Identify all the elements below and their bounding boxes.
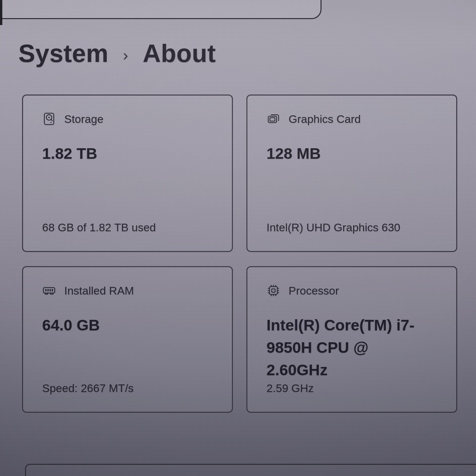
installed-ram-card: Installed RAM 64.0 GB Speed: 2667 MT/s (22, 266, 233, 413)
processor-value: Intel(R) Core(TM) i7-9850H CPU @ 2.60GHz (266, 314, 425, 381)
memory-chip-icon (42, 284, 56, 297)
breadcrumb-system-link[interactable]: System (18, 39, 108, 68)
hard-drive-icon (42, 112, 56, 126)
card-title: Graphics Card (289, 113, 361, 126)
card-title: Installed RAM (64, 284, 134, 297)
graphics-card-icon (266, 112, 280, 126)
bottom-partial-card (25, 464, 476, 476)
spec-cards-grid: Storage 1.82 TB 68 GB of 1.82 TB used (22, 95, 457, 413)
settings-content: System › About (0, 0, 476, 476)
cpu-icon (266, 284, 280, 297)
storage-value: 1.82 TB (42, 142, 201, 165)
graphics-detail: Intel(R) UHD Graphics 630 (266, 221, 442, 234)
graphics-value: 128 MB (266, 142, 425, 165)
storage-card: Storage 1.82 TB 68 GB of 1.82 TB used (22, 95, 233, 252)
ram-value: 64.0 GB (42, 314, 201, 336)
ram-detail: Speed: 2667 MT/s (42, 382, 218, 395)
breadcrumb: System › About (18, 39, 216, 68)
processor-detail: 2.59 GHz (266, 382, 442, 395)
graphics-card-card: Graphics Card 128 MB Intel(R) UHD Graphi… (246, 95, 457, 252)
top-partial-panel (0, 0, 322, 19)
card-title: Processor (289, 284, 339, 297)
storage-detail: 68 GB of 1.82 TB used (42, 221, 218, 234)
page-title: About (143, 39, 216, 68)
system-about-page: System › About (0, 0, 476, 476)
processor-card: Processor Intel(R) Core(TM) i7-9850H CPU… (246, 266, 457, 413)
window-edge-artifact (0, 0, 2, 25)
chevron-right-icon: › (123, 46, 128, 64)
card-title: Storage (64, 113, 103, 126)
